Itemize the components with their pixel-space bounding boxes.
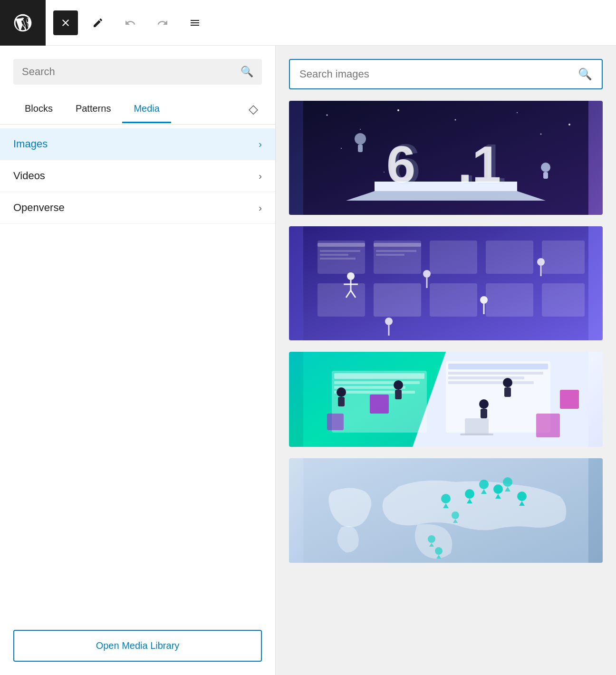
svg-point-2 bbox=[360, 129, 361, 130]
image-thumb-1[interactable]: 6 . 1 6 . 1 bbox=[289, 101, 603, 215]
redo-icon bbox=[157, 17, 168, 29]
image-4-svg bbox=[289, 458, 603, 563]
image-thumb-2[interactable] bbox=[289, 226, 603, 340]
svg-rect-62 bbox=[448, 372, 543, 375]
redo-button[interactable] bbox=[150, 10, 175, 35]
svg-point-69 bbox=[394, 380, 403, 390]
svg-point-71 bbox=[479, 399, 489, 409]
svg-point-18 bbox=[355, 133, 366, 145]
svg-point-4 bbox=[455, 119, 456, 121]
svg-point-45 bbox=[423, 270, 431, 278]
svg-point-40 bbox=[347, 272, 355, 280]
svg-rect-25 bbox=[320, 250, 360, 252]
image-2-svg bbox=[289, 226, 603, 340]
svg-point-9 bbox=[384, 172, 385, 173]
sidebar: 🔍 Blocks Patterns Media ◇ Images › Video… bbox=[0, 46, 276, 675]
sidebar-search-container: 🔍 bbox=[13, 59, 262, 85]
image-search-container: 🔍 bbox=[289, 59, 603, 89]
toolbar bbox=[0, 0, 616, 46]
svg-rect-63 bbox=[448, 376, 524, 379]
svg-rect-35 bbox=[318, 283, 365, 317]
tabs-container: Blocks Patterns Media ◇ bbox=[0, 94, 275, 125]
svg-rect-37 bbox=[430, 283, 477, 317]
svg-point-49 bbox=[537, 258, 545, 266]
svg-rect-68 bbox=[536, 414, 560, 437]
svg-point-5 bbox=[517, 112, 518, 113]
svg-rect-61 bbox=[448, 364, 548, 369]
media-item-openverse-label: Openverse bbox=[13, 202, 259, 214]
svg-point-94 bbox=[428, 535, 435, 543]
svg-rect-57 bbox=[334, 381, 420, 384]
svg-rect-29 bbox=[374, 243, 421, 247]
image-3-svg bbox=[289, 352, 603, 447]
svg-rect-26 bbox=[320, 254, 348, 256]
menu-icon bbox=[189, 17, 201, 29]
image-thumb-3[interactable] bbox=[289, 352, 603, 447]
close-button[interactable] bbox=[53, 10, 78, 35]
svg-point-1 bbox=[327, 115, 328, 116]
svg-point-47 bbox=[480, 296, 488, 304]
svg-marker-10 bbox=[346, 191, 546, 201]
svg-point-88 bbox=[441, 494, 451, 503]
svg-rect-21 bbox=[543, 172, 548, 179]
media-item-images[interactable]: Images › bbox=[0, 128, 275, 160]
svg-point-7 bbox=[341, 148, 342, 149]
edit-button[interactable] bbox=[86, 10, 110, 35]
svg-point-73 bbox=[503, 378, 512, 387]
svg-point-75 bbox=[337, 387, 346, 397]
image-thumb-4[interactable] bbox=[289, 458, 603, 563]
svg-rect-70 bbox=[395, 390, 402, 399]
media-item-videos-label: Videos bbox=[13, 170, 259, 182]
media-item-openverse[interactable]: Openverse › bbox=[0, 192, 275, 224]
svg-point-92 bbox=[452, 511, 459, 519]
svg-point-3 bbox=[397, 109, 399, 111]
svg-point-84 bbox=[517, 492, 527, 501]
svg-rect-67 bbox=[560, 390, 579, 409]
media-item-images-label: Images bbox=[13, 138, 259, 150]
svg-rect-39 bbox=[542, 283, 585, 317]
media-item-videos-chevron: › bbox=[259, 171, 262, 182]
svg-point-6 bbox=[540, 134, 542, 135]
svg-rect-56 bbox=[334, 373, 424, 379]
svg-rect-59 bbox=[334, 391, 415, 394]
svg-rect-65 bbox=[370, 395, 389, 414]
tab-diamond-icon[interactable]: ◇ bbox=[245, 94, 262, 124]
svg-rect-66 bbox=[327, 414, 344, 430]
sidebar-search-input[interactable] bbox=[22, 66, 236, 78]
wp-logo[interactable] bbox=[0, 0, 46, 46]
svg-rect-78 bbox=[460, 434, 493, 435]
svg-point-51 bbox=[385, 318, 393, 325]
svg-rect-19 bbox=[358, 145, 363, 152]
media-list: Images › Videos › Openverse › bbox=[0, 125, 275, 620]
edit-icon bbox=[92, 17, 104, 29]
close-icon bbox=[60, 17, 71, 29]
svg-point-80 bbox=[465, 489, 474, 499]
open-media-library-button[interactable]: Open Media Library bbox=[13, 630, 262, 662]
svg-text:1: 1 bbox=[472, 135, 501, 193]
svg-rect-32 bbox=[430, 241, 477, 274]
svg-rect-36 bbox=[374, 283, 421, 317]
svg-rect-64 bbox=[448, 381, 534, 384]
svg-text:6: 6 bbox=[386, 135, 415, 193]
image-panel: 🔍 bbox=[276, 46, 616, 675]
svg-point-96 bbox=[435, 547, 443, 555]
image-search-icon[interactable]: 🔍 bbox=[578, 68, 592, 81]
svg-rect-34 bbox=[542, 241, 585, 274]
svg-point-82 bbox=[493, 484, 503, 494]
svg-rect-30 bbox=[376, 250, 416, 252]
undo-button[interactable] bbox=[118, 10, 143, 35]
menu-button[interactable] bbox=[183, 10, 207, 35]
tab-blocks[interactable]: Blocks bbox=[13, 96, 64, 123]
tab-patterns[interactable]: Patterns bbox=[64, 96, 122, 123]
undo-icon bbox=[125, 17, 136, 29]
image-search-input[interactable] bbox=[299, 68, 572, 80]
svg-point-8 bbox=[568, 124, 570, 125]
main-layout: 🔍 Blocks Patterns Media ◇ Images › Video… bbox=[0, 46, 616, 675]
svg-rect-74 bbox=[504, 387, 511, 397]
svg-rect-76 bbox=[338, 397, 345, 406]
tab-media[interactable]: Media bbox=[122, 96, 171, 123]
media-item-videos[interactable]: Videos › bbox=[0, 160, 275, 192]
svg-rect-38 bbox=[486, 283, 533, 317]
svg-rect-24 bbox=[318, 243, 365, 247]
sidebar-search-icon[interactable]: 🔍 bbox=[241, 66, 253, 78]
